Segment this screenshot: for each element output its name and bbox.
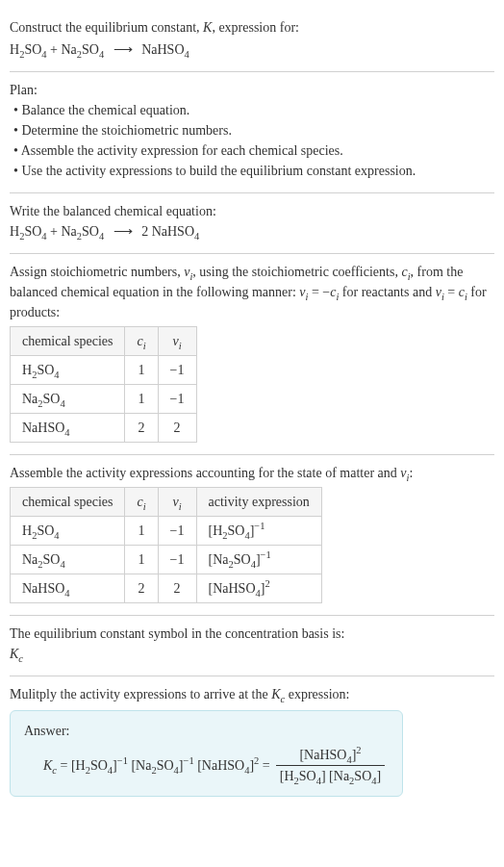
table-row: H2SO4 1 −1 [H2SO4]−1 — [11, 517, 322, 546]
table-row: Na2SO4 1 −1 — [11, 385, 197, 414]
cell-ci: 1 — [125, 517, 158, 546]
plan-item: • Use the activity expressions to build … — [13, 161, 494, 181]
answer-box: Answer: Kc = [H2SO4]−1 [Na2SO4]−1 [NaHSO… — [10, 710, 403, 797]
multiply-intro: Mulitply the activity expressions to arr… — [10, 684, 494, 704]
table-row: Na2SO4 1 −1 [Na2SO4]−1 — [11, 546, 322, 574]
kc-symbol-section: The equilibrium constant symbol in the c… — [10, 616, 494, 676]
col-ci: ci — [125, 327, 158, 356]
col-species: chemical species — [11, 488, 125, 517]
table-row: H2SO4 1 −1 — [11, 356, 197, 385]
table-header-row: chemical species ci νi activity expressi… — [11, 488, 322, 517]
plan-section: Plan: • Balance the chemical equation. •… — [10, 72, 494, 193]
cell-vi: −1 — [158, 546, 196, 574]
plan-item: • Balance the chemical equation. — [13, 100, 494, 120]
cell-species: H2SO4 — [11, 517, 125, 546]
fraction-denominator: [H2SO4] [Na2SO4] — [276, 766, 385, 786]
answer-lhs: Kc = [H2SO4]−1 [Na2SO4]−1 [NaHSO4]2 = — [43, 755, 270, 776]
col-vi: νi — [158, 327, 196, 356]
stoich-intro: Assign stoichiometric numbers, νi, using… — [10, 262, 494, 322]
plan-heading: Plan: — [10, 80, 494, 100]
cell-activity: [H2SO4]−1 — [196, 517, 321, 546]
cell-ci: 2 — [125, 414, 158, 443]
cell-activity: [Na2SO4]−1 — [196, 546, 321, 574]
fraction-numerator: [NaHSO4]2 — [276, 745, 385, 766]
cell-ci: 1 — [125, 385, 158, 414]
answer-fraction: [NaHSO4]2 [H2SO4] [Na2SO4] — [276, 745, 385, 786]
answer-label: Answer: — [24, 721, 389, 741]
balanced-equation: H2SO4 + Na2SO4 ⟶ 2 NaHSO4 — [10, 221, 494, 242]
cell-species: Na2SO4 — [11, 385, 125, 414]
activity-table: chemical species ci νi activity expressi… — [10, 487, 322, 603]
cell-ci: 1 — [125, 356, 158, 385]
cell-vi: −1 — [158, 356, 196, 385]
cell-ci: 1 — [125, 546, 158, 574]
answer-section: Mulitply the activity expressions to arr… — [10, 676, 494, 797]
col-activity: activity expression — [196, 488, 321, 517]
cell-vi: 2 — [158, 574, 196, 603]
stoich-section: Assign stoichiometric numbers, νi, using… — [10, 254, 494, 455]
table-row: NaHSO4 2 2 — [11, 414, 197, 443]
plan-item: • Determine the stoichiometric numbers. — [13, 120, 494, 140]
answer-expression: Kc = [H2SO4]−1 [Na2SO4]−1 [NaHSO4]2 = [N… — [43, 745, 389, 786]
kc-intro: The equilibrium constant symbol in the c… — [10, 624, 494, 644]
table-row: NaHSO4 2 2 [NaHSO4]2 — [11, 574, 322, 603]
balanced-heading: Write the balanced chemical equation: — [10, 201, 494, 221]
cell-activity: [NaHSO4]2 — [196, 574, 321, 603]
col-vi: νi — [158, 488, 196, 517]
prompt-section: Construct the equilibrium constant, K, e… — [10, 10, 494, 72]
stoich-table: chemical species ci νi H2SO4 1 −1 Na2SO4… — [10, 326, 197, 443]
cell-vi: −1 — [158, 385, 196, 414]
unbalanced-equation: H2SO4 + Na2SO4 ⟶ NaHSO4 — [10, 39, 494, 60]
cell-species: NaHSO4 — [11, 414, 125, 443]
activity-intro: Assemble the activity expressions accoun… — [10, 463, 494, 483]
cell-vi: −1 — [158, 517, 196, 546]
cell-vi: 2 — [158, 414, 196, 443]
table-header-row: chemical species ci νi — [11, 327, 197, 356]
cell-species: NaHSO4 — [11, 574, 125, 603]
prompt-title: Construct the equilibrium constant, K, e… — [10, 17, 494, 38]
activity-section: Assemble the activity expressions accoun… — [10, 455, 494, 616]
balanced-section: Write the balanced chemical equation: H2… — [10, 193, 494, 254]
kc-symbol: Kc — [10, 644, 494, 664]
cell-species: H2SO4 — [11, 356, 125, 385]
col-ci: ci — [125, 488, 158, 517]
cell-species: Na2SO4 — [11, 546, 125, 574]
col-species: chemical species — [11, 327, 125, 356]
cell-ci: 2 — [125, 574, 158, 603]
plan-item: • Assemble the activity expression for e… — [13, 140, 494, 161]
